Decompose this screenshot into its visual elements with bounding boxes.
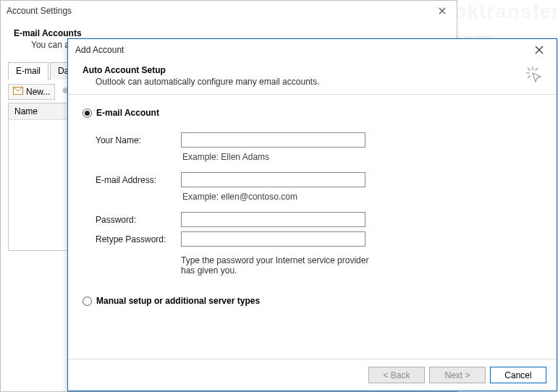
radio-email-account[interactable]: E-mail Account (83, 108, 542, 118)
tab-email[interactable]: E-mail (8, 62, 48, 80)
radio-manual-label: Manual setup or additional server types (96, 296, 260, 306)
svg-line-3 (528, 68, 530, 71)
radio-unselected-icon (83, 297, 92, 306)
header-title: E-mail Accounts (14, 28, 444, 38)
password-label: Password: (96, 215, 175, 225)
add-account-title: Add Account (75, 45, 529, 55)
password-input[interactable] (181, 212, 365, 227)
your-name-input[interactable] (181, 132, 365, 148)
your-name-example: Example: Ellen Adams (181, 152, 369, 168)
back-button: < Back (368, 367, 425, 383)
svg-line-5 (528, 76, 530, 79)
email-example: Example: ellen@contoso.com (181, 192, 369, 208)
cursor-click-icon (525, 65, 546, 89)
new-account-button[interactable]: New... (8, 84, 55, 100)
your-name-label: Your Name: (96, 135, 175, 145)
password-hint: Type the password your Internet service … (96, 255, 369, 276)
svg-line-4 (536, 68, 538, 71)
account-settings-titlebar: Account Settings (1, 1, 457, 21)
wizard-subheader: Auto Account Setup Outlook can automatic… (68, 61, 557, 95)
add-account-dialog: Add Account Auto Account Setup Outlook c… (67, 38, 557, 391)
close-icon[interactable] (529, 42, 549, 58)
wizard-body: E-mail Account Your Name: Example: Ellen… (68, 95, 557, 359)
close-icon[interactable] (434, 4, 451, 18)
account-settings-title: Account Settings (7, 6, 434, 16)
envelope-icon (13, 87, 23, 97)
retype-password-label: Retype Password: (96, 234, 175, 244)
wizard-title: Auto Account Setup (83, 65, 542, 75)
email-label: E-mail Address: (96, 175, 175, 185)
retype-password-input[interactable] (181, 231, 365, 247)
wizard-subtitle: Outlook can automatically configure many… (83, 77, 542, 87)
radio-email-label: E-mail Account (96, 108, 159, 118)
radio-selected-icon (83, 108, 92, 118)
cancel-button[interactable]: Cancel (490, 367, 546, 383)
next-button[interactable]: Next > (429, 367, 486, 383)
wizard-footer: < Back Next > Cancel (68, 359, 557, 391)
radio-manual-setup[interactable]: Manual setup or additional server types (83, 296, 542, 306)
email-input[interactable] (181, 172, 365, 187)
new-button-label: New... (26, 87, 50, 97)
add-account-titlebar: Add Account (68, 39, 557, 61)
email-form: Your Name: Example: Ellen Adams E-mail A… (96, 132, 542, 276)
